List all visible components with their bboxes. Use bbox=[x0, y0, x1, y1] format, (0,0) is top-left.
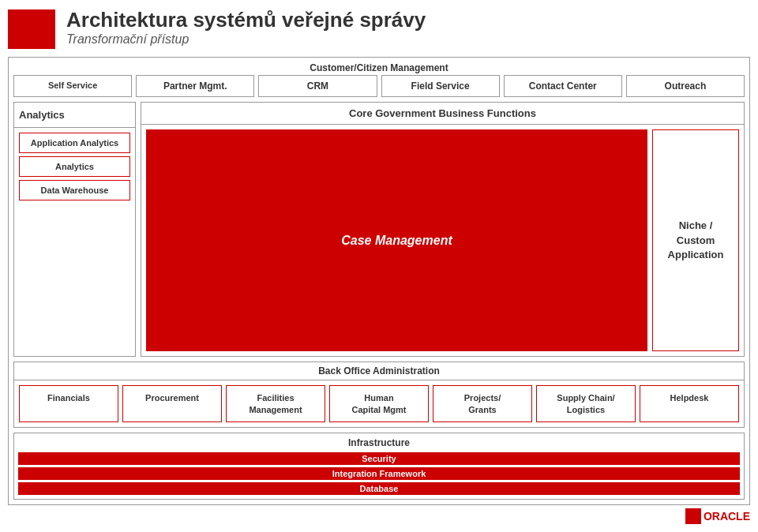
cell-crm: CRM bbox=[258, 75, 377, 97]
back-office-section: Back Office Administration Financials Pr… bbox=[13, 362, 745, 428]
title-block: Architektura systémů veřejné správy Tran… bbox=[66, 8, 426, 47]
core-body: Case Management Niche /CustomApplication bbox=[141, 125, 744, 356]
sub-title: Transformační přístup bbox=[66, 32, 426, 47]
cell-procurement: Procurement bbox=[122, 385, 222, 422]
customer-mgmt-section: Customer/Citizen Management Self Service… bbox=[13, 62, 745, 97]
oracle-logo-icon bbox=[8, 9, 55, 49]
cell-helpdesk: Helpdesk bbox=[640, 385, 739, 422]
infra-header: Infrastructure bbox=[18, 437, 740, 448]
analytics-column: Analytics Application Analytics Analytic… bbox=[13, 102, 136, 357]
oracle-footer-text: ORACLE bbox=[704, 510, 750, 523]
page: Architektura systémů veřejné správy Tran… bbox=[0, 0, 758, 532]
back-office-header: Back Office Administration bbox=[14, 362, 744, 380]
case-management-box: Case Management bbox=[146, 129, 647, 351]
customer-mgmt-label: Customer/Citizen Management bbox=[13, 62, 745, 73]
niche-custom-label: Niche /CustomApplication bbox=[668, 219, 724, 262]
analytics-header: Analytics bbox=[14, 103, 135, 128]
core-header: Core Government Business Functions bbox=[141, 103, 744, 125]
niche-custom-box: Niche /CustomApplication bbox=[652, 129, 739, 351]
analytics-items: Application Analytics Analytics Data War… bbox=[14, 128, 135, 356]
top-row: Self Service Partner Mgmt. CRM Field Ser… bbox=[13, 75, 745, 97]
footer: ORACLE bbox=[8, 508, 750, 524]
cell-financials: Financials bbox=[19, 385, 118, 422]
infrastructure-section: Infrastructure Security Integration Fram… bbox=[13, 433, 745, 500]
cell-self-service: Self Service bbox=[13, 75, 132, 97]
core-column: Core Government Business Functions Case … bbox=[141, 102, 745, 357]
cell-partner-mgmt: Partner Mgmt. bbox=[136, 75, 254, 97]
analytics-item-app: Application Analytics bbox=[19, 133, 130, 153]
cell-projects-grants: Projects/Grants bbox=[433, 385, 532, 422]
cell-outreach: Outreach bbox=[626, 75, 745, 97]
back-office-row: Financials Procurement FacilitiesManagem… bbox=[14, 380, 744, 427]
cell-contact-center: Contact Center bbox=[504, 75, 622, 97]
analytics-item-warehouse: Data Warehouse bbox=[19, 180, 130, 200]
cell-field-service: Field Service bbox=[381, 75, 500, 97]
main-title: Architektura systémů veřejné správy bbox=[66, 8, 426, 32]
analytics-item-analytics: Analytics bbox=[19, 156, 130, 177]
main-content: Customer/Citizen Management Self Service… bbox=[8, 57, 750, 505]
header: Architektura systémů veřejné správy Tran… bbox=[8, 8, 750, 49]
cell-supply-chain: Supply Chain/Logistics bbox=[536, 385, 636, 422]
cell-facilities: FacilitiesManagement bbox=[226, 385, 325, 422]
security-bar: Security bbox=[18, 452, 740, 465]
cell-human-capital: HumanCapital Mgmt bbox=[329, 385, 429, 422]
database-bar: Database bbox=[18, 482, 740, 495]
middle-section: Analytics Application Analytics Analytic… bbox=[13, 102, 745, 357]
oracle-footer: ORACLE bbox=[685, 508, 750, 524]
integration-bar: Integration Framework bbox=[18, 467, 740, 480]
oracle-footer-logo-icon bbox=[685, 508, 701, 524]
